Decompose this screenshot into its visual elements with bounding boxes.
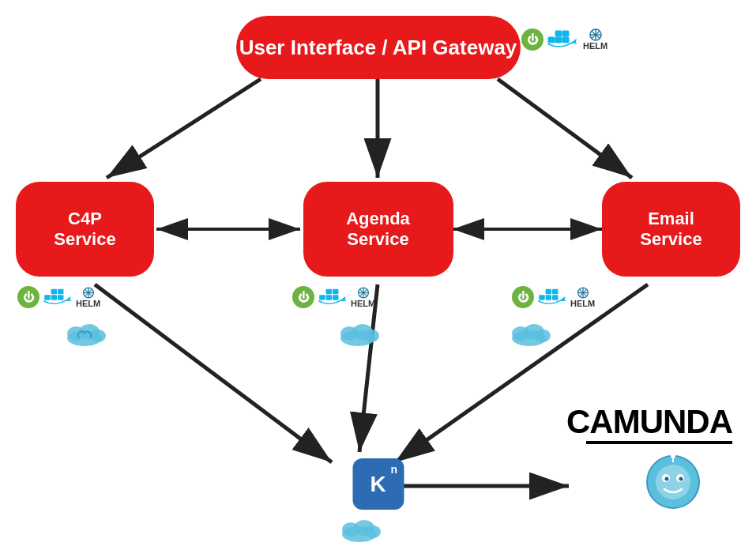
knative-n-label: n (390, 463, 397, 476)
email-label: Email Service (640, 209, 701, 250)
gateway-tech-icons: ⏻ HELM (521, 28, 607, 51)
svg-rect-35 (333, 289, 338, 295)
gateway-box: User Interface / API Gateway (236, 16, 521, 79)
svg-rect-12 (555, 37, 562, 43)
agenda-cloud-icon (337, 316, 380, 349)
knative-cloud-icon (338, 512, 382, 545)
svg-rect-25 (58, 289, 63, 295)
svg-rect-33 (333, 295, 338, 300)
svg-point-58 (363, 330, 379, 342)
docker-icon-agenda (318, 286, 348, 308)
svg-rect-43 (552, 295, 558, 300)
helm-label-c4p: HELM (76, 299, 100, 308)
docker-icon-email (537, 286, 567, 308)
svg-rect-42 (546, 295, 551, 300)
docker-icon-c4p (43, 286, 73, 308)
svg-rect-14 (555, 31, 562, 36)
svg-rect-45 (552, 289, 558, 295)
agenda-label: Agenda Service (346, 209, 410, 250)
spring-icon-c4p: ⏻ (17, 286, 39, 308)
svg-line-7 (95, 284, 332, 462)
c4p-cloud-icon (63, 316, 107, 349)
knative-box: K n (352, 458, 404, 510)
architecture-diagram: User Interface / API Gateway ⏻ HELM (0, 0, 756, 550)
svg-rect-32 (326, 295, 332, 300)
helm-label-gateway: HELM (583, 41, 607, 51)
svg-point-71 (665, 477, 669, 481)
helm-label-email: HELM (570, 299, 595, 308)
helm-agenda: HELM (351, 287, 375, 308)
camunda-robot-icon (645, 454, 701, 510)
email-tech-icons: ⏻ HELM (512, 286, 595, 308)
svg-rect-21 (44, 295, 50, 300)
knative-k-label: K (370, 472, 386, 497)
svg-point-68 (656, 465, 690, 499)
camunda-underline (586, 441, 732, 444)
email-cloud-icon (508, 316, 551, 349)
svg-rect-44 (546, 289, 551, 295)
svg-rect-22 (51, 295, 57, 300)
helm-email: HELM (570, 287, 595, 308)
helm-c4p: HELM (76, 287, 100, 308)
svg-point-66 (365, 526, 381, 538)
svg-rect-11 (548, 37, 555, 43)
svg-line-2 (107, 79, 261, 178)
docker-icon (547, 28, 578, 51)
helm-icon-gateway: HELM (583, 28, 607, 51)
gateway-label: User Interface / API Gateway (239, 36, 517, 60)
svg-line-8 (359, 284, 378, 452)
spring-icon-agenda: ⏻ (292, 286, 314, 308)
svg-rect-31 (319, 295, 325, 300)
spring-icon: ⏻ (521, 28, 543, 51)
svg-line-4 (498, 79, 632, 178)
c4p-tech-icons: ⏻ HELM (17, 286, 100, 308)
svg-rect-41 (539, 295, 544, 300)
helm-label-agenda: HELM (351, 299, 375, 308)
agenda-tech-icons: ⏻ HELM (292, 286, 375, 308)
c4p-label: C4P Service (54, 209, 115, 250)
agenda-box: Agenda Service (303, 182, 453, 277)
email-box: Email Service (602, 182, 740, 277)
svg-rect-34 (326, 289, 332, 295)
c4p-box: C4P Service (16, 182, 154, 277)
svg-rect-23 (58, 295, 63, 300)
svg-rect-24 (51, 289, 57, 295)
svg-rect-15 (562, 31, 569, 36)
svg-point-72 (679, 477, 683, 481)
svg-point-54 (90, 330, 106, 342)
spring-icon-email: ⏻ (512, 286, 534, 308)
svg-rect-13 (562, 37, 569, 43)
camunda-label: CAMUNDA (566, 403, 732, 441)
svg-point-62 (535, 330, 551, 342)
